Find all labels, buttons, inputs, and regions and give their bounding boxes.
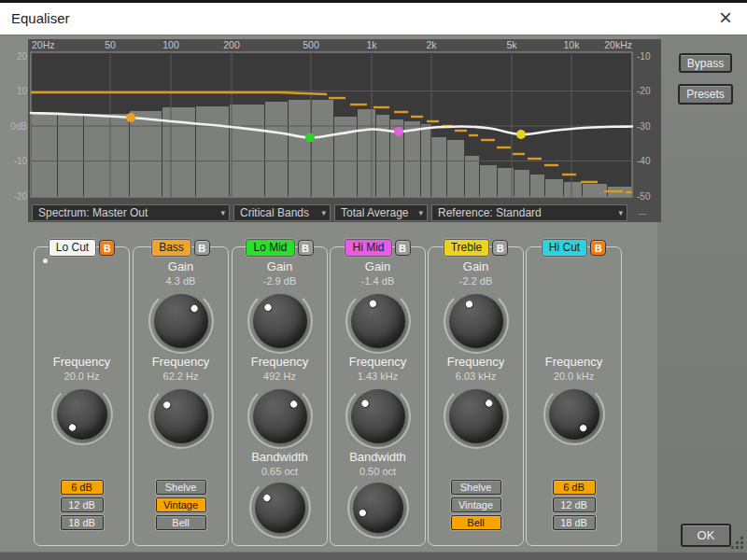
treble-shelve-button[interactable]: Shelve [451, 480, 501, 495]
spectrum-bar [376, 115, 389, 197]
bypass-button[interactable]: Bypass [679, 53, 732, 73]
chevron-down-icon: ▾ [321, 205, 326, 220]
spectrum-source-dropdown[interactable]: Spectrum: Master Out ▾ [32, 204, 230, 221]
spectrum-bar [334, 117, 357, 197]
hi-mid-bandwidth-knob[interactable] [353, 483, 403, 533]
db-axis-label-right: -20 [637, 86, 651, 96]
hi-mid-band-handle[interactable] [394, 127, 403, 136]
band-panel-lo-mid: Lo Mid B Gain -2.9 dB Frequency 492 Hz B… [232, 246, 328, 546]
lo-mid-bandwidth-knob[interactable] [255, 483, 305, 533]
bass-bell-button[interactable]: Bell [156, 515, 206, 530]
band-select-lo-cut[interactable]: Lo Cut [49, 239, 96, 257]
freq-axis-label: 20kHz [604, 39, 632, 50]
lo-mid-frequency-knob[interactable] [253, 389, 307, 443]
bass-frequency-knob[interactable] [154, 389, 208, 443]
spectrum-bar [230, 105, 264, 197]
frequency-label: Frequency [331, 355, 425, 369]
treble-band-handle[interactable] [516, 130, 526, 139]
band-select-hi-cut[interactable]: Hi Cut [542, 239, 587, 257]
close-icon[interactable]: × [712, 4, 740, 32]
spectrum-bar [465, 156, 479, 197]
frequency-label: Frequency [35, 355, 129, 369]
slope-buttons: 6 dB 12 dB 18 dB [35, 480, 129, 530]
reference-dropdown[interactable]: Reference: Standard ▾ [431, 204, 627, 221]
shading [657, 35, 747, 560]
bass-shelve-button[interactable]: Shelve [156, 480, 206, 495]
freq-axis-label: 500 [303, 39, 319, 50]
window-footer [0, 552, 747, 560]
band-b-button-bass[interactable]: B [194, 240, 210, 256]
freq-axis-label: 2k [426, 39, 437, 50]
spectrum-bar [404, 121, 420, 197]
lo-mid-gain-knob[interactable] [253, 294, 307, 348]
resize-grip[interactable] [730, 537, 743, 550]
knob-indicator [242, 378, 318, 455]
lo-cut-frequency-knob[interactable] [57, 389, 107, 440]
hi-cut-slope-12db-button[interactable]: 12 dB [553, 497, 596, 512]
spectrum-source-value: Spectrum: Master Out [38, 205, 148, 220]
gain-label: Gain [429, 259, 523, 273]
dash-icon: – [639, 204, 646, 221]
bass-vintage-button[interactable]: Vintage [156, 497, 206, 512]
treble-bell-button[interactable]: Bell [451, 515, 501, 530]
band-select-hi-mid[interactable]: Hi Mid [345, 239, 391, 257]
average-mode-dropdown[interactable]: Total Average ▾ [334, 204, 428, 221]
band-b-button-lo-cut[interactable]: B [99, 240, 115, 256]
spectrum-bar [564, 182, 582, 197]
band-b-button-hi-cut[interactable]: B [590, 240, 606, 256]
reference-value: Reference: Standard [438, 205, 542, 220]
band-select-bass[interactable]: Bass [151, 239, 191, 257]
freq-axis-label: 200 [223, 39, 240, 50]
spectrum-bar [265, 102, 288, 197]
shape-buttons: Shelve Vintage Bell [429, 480, 523, 530]
lo-cut-slope-12db-button[interactable]: 12 dB [61, 497, 104, 512]
band-header: Hi Mid B [331, 239, 425, 257]
freq-axis-label: 100 [162, 39, 179, 50]
chevron-down-icon: ▾ [220, 205, 225, 220]
shape-buttons: Shelve Vintage Bell [134, 480, 228, 530]
gain-label: Gain [233, 259, 327, 273]
frequency-label: Frequency [134, 355, 228, 369]
eq-spectrum-graph[interactable]: 20Hz501002005001k2k5k10k20kHz20100dB-10-… [7, 39, 663, 224]
treble-frequency-knob[interactable] [449, 389, 503, 443]
hi-cut-slope-18db-button[interactable]: 18 dB [553, 515, 596, 530]
band-b-button-lo-mid[interactable]: B [298, 240, 314, 256]
lo-mid-band-handle[interactable] [305, 133, 315, 143]
bandwidth-value: 0.65 oct [233, 466, 327, 477]
treble-vintage-button[interactable]: Vintage [451, 497, 501, 512]
hi-cut-frequency-knob[interactable] [549, 389, 599, 440]
divider [0, 35, 747, 35]
band-b-button-treble[interactable]: B [492, 240, 508, 256]
knob-indicator [440, 286, 512, 357]
spectrum-bar [130, 111, 162, 197]
ok-button[interactable]: OK [681, 524, 731, 547]
band-select-treble[interactable]: Treble [444, 239, 490, 257]
knob-indicator [242, 283, 318, 359]
lo-cut-slope-6db-button[interactable]: 6 dB [61, 480, 104, 495]
spectrum-bar [514, 170, 529, 197]
presets-button[interactable]: Presets [678, 84, 733, 105]
treble-gain-knob[interactable] [449, 294, 503, 348]
band-b-button-hi-mid[interactable]: B [395, 240, 411, 256]
spectrum-bar [498, 168, 514, 197]
bass-band-handle[interactable] [126, 113, 135, 122]
band-mode-dropdown[interactable]: Critical Bands ▾ [233, 204, 331, 221]
average-mode-value: Total Average [341, 205, 409, 220]
band-select-lo-mid[interactable]: Lo Mid [246, 239, 294, 257]
hi-mid-frequency-knob[interactable] [351, 389, 405, 443]
bass-gain-knob[interactable] [154, 294, 208, 348]
hi-mid-gain-knob[interactable] [351, 294, 405, 348]
freq-axis-label: 10k [564, 39, 581, 50]
knob-indicator [340, 378, 416, 455]
lo-cut-slope-18db-button[interactable]: 18 dB [61, 515, 104, 530]
freq-axis-label: 50 [105, 39, 116, 50]
indicator-dot [43, 259, 48, 263]
knob-indicator [142, 283, 218, 359]
band-mode-value: Critical Bands [240, 205, 309, 220]
gain-value: -2.2 dB [429, 275, 523, 287]
spectrum-bar [289, 100, 311, 197]
hi-cut-slope-6db-button[interactable]: 6 dB [553, 480, 596, 495]
gain-value: -1.4 dB [331, 275, 425, 287]
db-axis-label-left: -20 [14, 191, 28, 202]
band-panel-hi-cut: Hi Cut B Frequency 20.0 kHz 6 dB 12 dB 1… [526, 246, 622, 546]
